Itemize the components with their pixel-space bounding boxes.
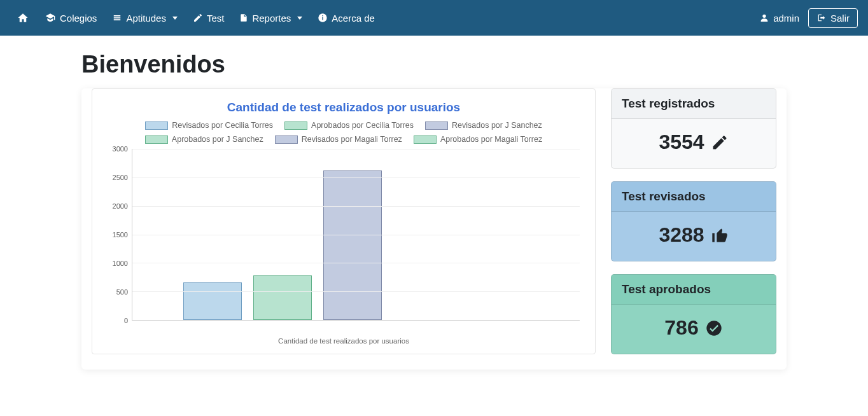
gridline xyxy=(132,177,580,178)
svg-rect-1 xyxy=(323,17,323,20)
chart-x-label: Cantidad de test realizados por usuarios xyxy=(100,337,587,345)
home-icon xyxy=(17,12,29,24)
y-tick: 500 xyxy=(116,288,128,296)
chart-y-axis: 050010001500200025003000 xyxy=(106,149,132,321)
legend-item[interactable]: Aprobados por Magali Torrez xyxy=(414,135,542,144)
legend-label: Revisados por Cecilia Torres xyxy=(172,121,273,130)
stats-column: Test registrados 3554 Test revisados 328… xyxy=(611,88,776,354)
y-tick: 1000 xyxy=(113,260,128,267)
nav-user[interactable]: admin xyxy=(753,8,806,29)
nav-test[interactable]: Test xyxy=(186,8,231,29)
chart-plot xyxy=(132,149,580,321)
info-icon xyxy=(318,13,328,23)
legend-label: Aprobados por J Sanchez xyxy=(172,135,263,144)
page-title: Bienvenidos xyxy=(81,51,787,78)
stat-card-approved: Test aprobados 786 xyxy=(611,274,776,354)
y-tick: 2500 xyxy=(113,174,128,181)
sign-out-icon xyxy=(816,13,827,22)
nav-acerca-label: Acerca de xyxy=(332,13,375,24)
legend-swatch xyxy=(145,135,168,144)
legend-item[interactable]: Revisados por J Sanchez xyxy=(425,121,542,130)
nav-colegios-label: Colegios xyxy=(60,13,97,24)
chart-bar[interactable] xyxy=(323,170,382,320)
chart-bar[interactable] xyxy=(183,282,242,320)
legend-item[interactable]: Revisados por Cecilia Torres xyxy=(145,121,273,130)
main-container: Bienvenidos Cantidad de test realizados … xyxy=(71,36,797,385)
legend-swatch xyxy=(284,121,307,130)
legend-item[interactable]: Aprobados por J Sanchez xyxy=(145,135,263,144)
gridline xyxy=(132,263,580,263)
nav-left: Colegios Aptitudes Test Reportes xyxy=(10,7,381,29)
chevron-down-icon xyxy=(172,17,178,20)
stat-card-registered: Test registrados 3554 xyxy=(611,88,776,169)
legend-label: Revisados por J Sanchez xyxy=(452,121,542,130)
svg-point-4 xyxy=(706,321,721,335)
pencil-icon xyxy=(711,134,729,151)
chart-legend: Revisados por Cecilia TorresAprobados po… xyxy=(140,121,547,144)
navbar: Colegios Aptitudes Test Reportes xyxy=(0,0,868,36)
nav-reportes-label: Reportes xyxy=(252,13,291,24)
thumbs-up-icon xyxy=(711,226,729,244)
svg-point-3 xyxy=(762,15,766,18)
stat-reviewed-label: Test revisados xyxy=(612,182,776,212)
school-icon xyxy=(45,13,56,23)
y-tick: 0 xyxy=(124,317,128,324)
logout-button[interactable]: Salir xyxy=(808,8,858,28)
gridline xyxy=(132,149,580,149)
legend-label: Revisados por Magali Torrez xyxy=(302,135,402,144)
y-tick: 3000 xyxy=(113,145,128,153)
stat-card-reviewed: Test revisados 3288 xyxy=(611,181,776,261)
nav-user-label: admin xyxy=(773,13,799,24)
nav-test-label: Test xyxy=(207,13,225,24)
chart-title: Cantidad de test realizados por usuarios xyxy=(100,101,587,114)
gridline xyxy=(132,291,580,292)
nav-reportes[interactable]: Reportes xyxy=(233,8,309,29)
stat-reviewed-value: 3288 xyxy=(659,223,704,247)
y-tick: 2000 xyxy=(113,202,128,210)
y-tick: 1500 xyxy=(113,231,128,239)
chart-card: Cantidad de test realizados por usuarios… xyxy=(92,88,596,354)
stat-registered-value: 3554 xyxy=(659,130,704,154)
list-icon xyxy=(112,13,122,22)
stat-approved-label: Test aprobados xyxy=(612,275,776,305)
gridline xyxy=(132,206,580,207)
dashboard-panel: Cantidad de test realizados por usuarios… xyxy=(81,88,787,370)
stat-registered-label: Test registrados xyxy=(612,89,776,119)
nav-acerca[interactable]: Acerca de xyxy=(311,8,381,29)
file-icon xyxy=(239,13,248,23)
legend-swatch xyxy=(145,121,168,130)
svg-rect-2 xyxy=(323,15,323,16)
pen-square-icon xyxy=(193,13,203,23)
user-icon xyxy=(759,13,769,23)
gridline xyxy=(132,235,580,235)
nav-aptitudes-label: Aptitudes xyxy=(126,13,166,24)
nav-home[interactable] xyxy=(10,7,36,29)
chart-area: 050010001500200025003000 xyxy=(132,149,580,333)
legend-swatch xyxy=(414,135,437,144)
legend-item[interactable]: Aprobados por Cecilia Torres xyxy=(284,121,414,130)
stat-approved-value: 786 xyxy=(664,316,698,340)
chart-bar[interactable] xyxy=(253,275,312,320)
nav-aptitudes[interactable]: Aptitudes xyxy=(106,8,184,29)
logout-button-label: Salir xyxy=(830,13,850,24)
chevron-down-icon xyxy=(297,17,302,20)
nav-colegios[interactable]: Colegios xyxy=(38,8,103,29)
nav-right: admin Salir xyxy=(753,8,858,29)
check-circle-icon xyxy=(705,319,723,337)
legend-swatch xyxy=(425,121,448,130)
legend-swatch xyxy=(275,135,298,144)
legend-label: Aprobados por Cecilia Torres xyxy=(311,121,414,130)
legend-label: Aprobados por Magali Torrez xyxy=(440,135,542,144)
legend-item[interactable]: Revisados por Magali Torrez xyxy=(275,135,402,144)
